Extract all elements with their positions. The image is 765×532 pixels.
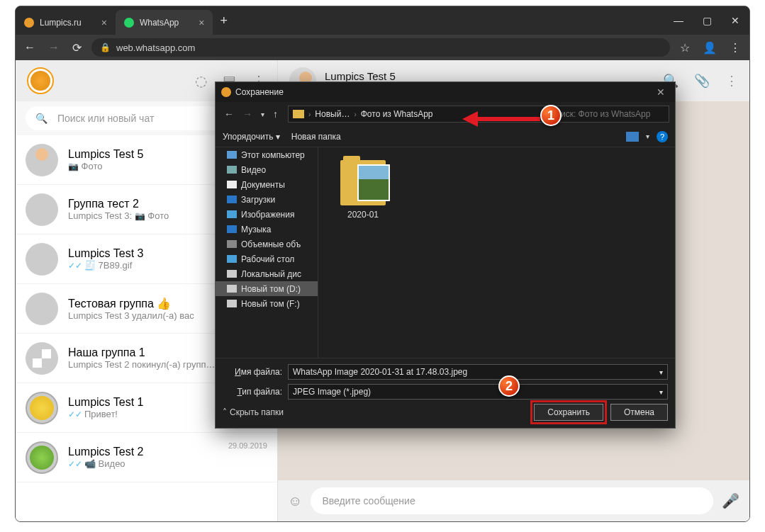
hide-folders-toggle[interactable]: ˄Скрыть папки — [223, 407, 284, 417]
chat-item[interactable]: Lumpics Test 2 ✓✓📹 Видео 29.09.2019 — [16, 433, 277, 482]
close-icon[interactable]: ✕ — [652, 86, 669, 98]
search-placeholder: иск: Фото из WhatsApp — [561, 109, 650, 119]
tree-item[interactable]: Музыка — [216, 222, 318, 237]
tree-item[interactable]: Видео — [216, 162, 318, 177]
tree-item[interactable]: Документы — [216, 177, 318, 192]
menu-icon[interactable]: ⋮ — [725, 73, 738, 89]
favicon-icon — [124, 18, 134, 28]
folder-item[interactable]: 2020-01 — [331, 160, 395, 220]
folder-icon — [340, 160, 386, 205]
tree-item[interactable]: Этот компьютер — [216, 147, 318, 162]
chevron-up-icon: ˄ — [223, 407, 227, 417]
new-folder-button[interactable]: Новая папка — [291, 132, 341, 142]
mic-icon[interactable]: 🎤 — [722, 492, 739, 509]
tree-item[interactable]: Локальный дис — [216, 266, 318, 281]
drive-icon — [227, 270, 237, 278]
chevron-down-icon[interactable]: ▾ — [659, 368, 663, 376]
pc-icon — [227, 151, 237, 159]
emoji-icon[interactable]: ☺ — [288, 493, 302, 509]
tab-title: WhatsApp — [140, 18, 179, 28]
search-placeholder: Поиск или новый чат — [57, 113, 154, 124]
browser-titlebar: Lumpics.ru × WhatsApp × + — ▢ ✕ — [16, 6, 749, 35]
tab-title: Lumpics.ru — [40, 18, 82, 28]
status-icon[interactable]: ◌ — [195, 72, 207, 89]
chat-avatar — [26, 342, 58, 375]
cancel-button[interactable]: Отмена — [610, 404, 668, 421]
folder-tree[interactable]: Этот компьютер Видео Документы Загрузки … — [216, 147, 318, 358]
nav-back-button[interactable]: ← — [21, 41, 38, 54]
drive-icon — [227, 300, 237, 307]
file-area[interactable]: 2020-01 — [318, 147, 675, 358]
message-placeholder: Введите сообщение — [322, 495, 415, 506]
download-icon — [227, 196, 237, 203]
nav-back-icon[interactable]: ← — [221, 108, 237, 120]
chevron-down-icon[interactable]: ▾ — [659, 388, 663, 396]
tree-item[interactable]: Рабочий стол — [216, 251, 318, 266]
chat-header-name: Lumpics Test 5 — [325, 70, 418, 82]
annotation-badge-2: 2 — [498, 375, 520, 397]
chat-avatar — [26, 441, 58, 474]
star-icon[interactable]: ☆ — [677, 41, 693, 55]
chevron-right-icon: › — [354, 111, 356, 118]
chat-avatar — [26, 243, 58, 276]
breadcrumb-seg[interactable]: Фото из WhatsApp — [361, 109, 433, 119]
drive-icon — [227, 285, 237, 293]
organize-button[interactable]: Упорядочить ▾ — [223, 132, 280, 142]
close-window-button[interactable]: ✕ — [721, 6, 749, 35]
breadcrumb-seg[interactable]: Новый… — [315, 109, 350, 119]
search-icon: 🔍 — [35, 113, 48, 124]
annotation-badge-1: 1 — [540, 105, 562, 126]
close-icon[interactable]: × — [199, 17, 204, 28]
nav-forward-icon[interactable]: → — [240, 108, 255, 120]
filetype-select[interactable]: JPEG Image (*.jpeg)▾ — [288, 384, 668, 400]
nav-forward-button[interactable]: → — [45, 41, 62, 54]
chat-time: 29.09.2019 — [228, 441, 267, 450]
tree-item[interactable]: Изображения — [216, 207, 318, 222]
chat-avatar — [26, 293, 58, 325]
reload-button[interactable]: ⟳ — [69, 41, 84, 55]
video-icon — [227, 166, 237, 174]
save-button[interactable]: Сохранить — [534, 404, 603, 421]
compose-bar: ☺ Введите сообщение 🎤 — [278, 480, 749, 521]
filename-input[interactable]: WhatsApp Image 2020-01-31 at 17.48.03.jp… — [288, 364, 668, 380]
dialog-toolbar: Упорядочить ▾ Новая папка ▾ ? — [216, 126, 675, 147]
chat-avatar — [26, 392, 58, 424]
view-mode-icon[interactable] — [626, 132, 639, 142]
dialog-titlebar[interactable]: Сохранение ✕ — [216, 82, 675, 102]
favicon-icon — [24, 18, 34, 28]
close-icon[interactable]: × — [101, 17, 107, 28]
chevron-down-icon[interactable]: ▾ — [646, 132, 649, 140]
tree-item[interactable]: Новый том (D:) — [216, 281, 318, 296]
dialog-title: Сохранение — [235, 87, 284, 97]
desktop-icon — [227, 255, 237, 263]
nav-history-icon[interactable]: ▾ — [258, 111, 267, 118]
message-input[interactable]: Введите сообщение — [311, 487, 713, 514]
folder-icon — [293, 110, 304, 118]
menu-icon[interactable]: ⋮ — [727, 41, 744, 55]
maximize-button[interactable]: ▢ — [693, 6, 721, 35]
chat-avatar — [26, 193, 58, 226]
url-field[interactable]: 🔒 web.whatsapp.com — [91, 38, 670, 57]
dialog-search-input[interactable]: иск: Фото из WhatsApp — [556, 106, 669, 123]
tree-item[interactable]: Новый том (F:) — [216, 296, 318, 311]
annotation-arrow-icon — [462, 114, 540, 124]
chat-avatar — [26, 144, 58, 176]
image-icon — [227, 210, 237, 218]
new-tab-button[interactable]: + — [213, 13, 235, 28]
browser-tab-whatsapp[interactable]: WhatsApp × — [116, 10, 213, 35]
minimize-button[interactable]: — — [664, 6, 693, 35]
chat-subtitle: ✓✓📹 Видео — [68, 458, 218, 469]
tree-item[interactable]: Загрузки — [216, 192, 318, 207]
user-avatar[interactable] — [27, 67, 54, 94]
3d-icon — [227, 240, 237, 248]
tree-item[interactable]: Объемные объ — [216, 237, 318, 251]
chevron-right-icon: › — [308, 111, 311, 118]
browser-tab-lumpics[interactable]: Lumpics.ru × — [16, 10, 116, 35]
chat-name: Lumpics Test 2 — [68, 446, 218, 458]
profile-icon[interactable]: 👤 — [700, 41, 720, 55]
dialog-icon — [221, 87, 231, 97]
nav-up-icon[interactable]: ↑ — [270, 108, 281, 120]
url-text: web.whatsapp.com — [116, 43, 195, 53]
help-icon[interactable]: ? — [657, 131, 668, 142]
attach-icon[interactable]: 📎 — [694, 73, 710, 89]
